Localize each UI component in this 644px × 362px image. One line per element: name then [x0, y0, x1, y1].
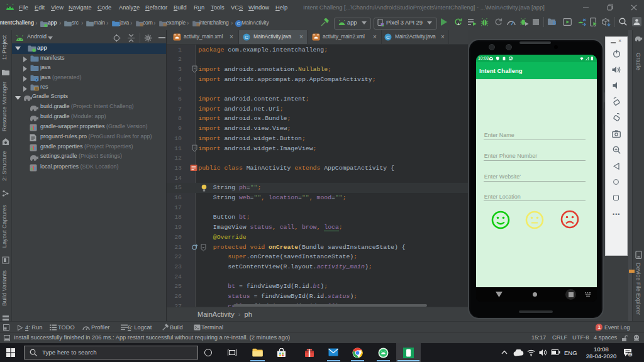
svg-text:C: C [386, 35, 390, 40]
svg-text:C: C [245, 35, 248, 40]
svg-text:C: C [237, 21, 241, 26]
svg-text:2: 2 [629, 352, 631, 356]
